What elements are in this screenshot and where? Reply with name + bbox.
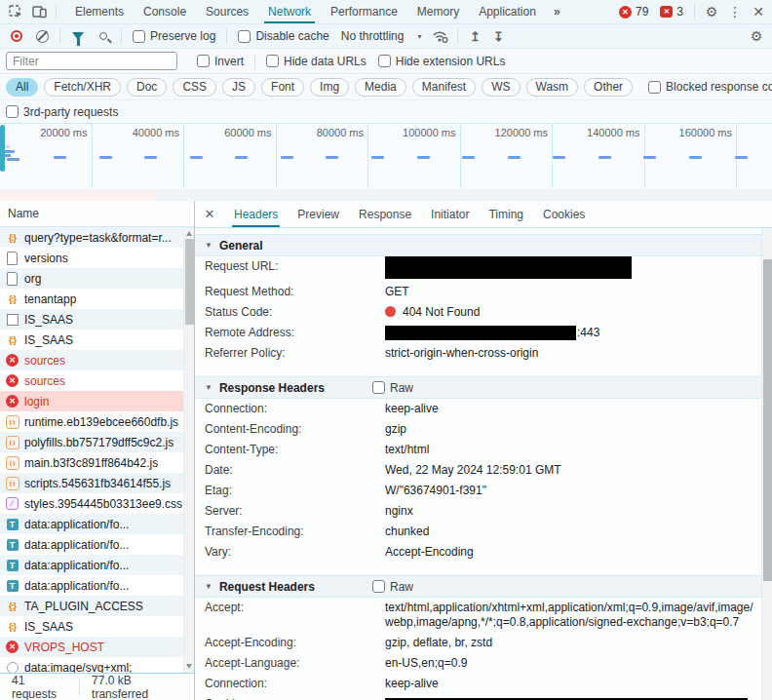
detail-tab[interactable]: Headers: [224, 201, 288, 227]
filter-chip[interactable]: WS: [482, 78, 520, 97]
network-overview[interactable]: 20000 ms40000 ms60000 ms80000 ms100000 m…: [0, 124, 772, 202]
request-headers-section-header[interactable]: ▼ Request Headers Raw: [195, 575, 761, 598]
request-row[interactable]: query?type=task&format=r...: [0, 227, 183, 248]
filter-chip[interactable]: Fetch/XHR: [44, 78, 121, 97]
response-headers-section-header[interactable]: ▼ Response Headers Raw: [195, 376, 761, 399]
filter-chip[interactable]: Doc: [127, 78, 167, 97]
device-toolbar-icon[interactable]: [27, 0, 51, 23]
scroll-up-arrow[interactable]: [186, 231, 192, 236]
throttling-dropdown[interactable]: No throttling ▾: [335, 29, 428, 43]
filter-toggle-icon[interactable]: [65, 24, 91, 48]
panel-tab[interactable]: Elements: [65, 0, 134, 23]
hide-extension-urls-checkbox[interactable]: Hide extension URLs: [372, 55, 512, 68]
detail-tab[interactable]: Initiator: [421, 201, 479, 227]
request-row[interactable]: sources: [0, 370, 183, 391]
filter-chip[interactable]: Img: [310, 78, 349, 97]
settings-gear-icon[interactable]: ⚙: [700, 0, 723, 23]
request-type-icon: [5, 660, 19, 673]
request-row[interactable]: versions: [0, 248, 183, 268]
request-row[interactable]: login: [0, 391, 183, 411]
scrollbar-thumb[interactable]: [185, 239, 194, 325]
clear-button[interactable]: [29, 24, 55, 48]
request-row[interactable]: IS_SAAS: [0, 309, 183, 330]
detail-tab[interactable]: Timing: [479, 201, 533, 227]
record-button[interactable]: [4, 24, 29, 48]
hide-data-urls-checkbox[interactable]: Hide data URLs: [260, 55, 372, 68]
request-row[interactable]: data:application/fo...: [0, 534, 183, 555]
header-value: keep-alive: [385, 402, 753, 416]
request-row[interactable]: main.b3f3c891ff864b42.js: [0, 452, 183, 473]
request-row[interactable]: data:application/fo...: [0, 575, 183, 596]
filter-chip[interactable]: Other: [584, 78, 633, 97]
export-har-icon[interactable]: ↧: [486, 24, 510, 48]
panel-tab[interactable]: Memory: [407, 0, 469, 23]
scroll-down-arrow[interactable]: [186, 664, 192, 669]
detail-tab[interactable]: Response: [349, 201, 421, 227]
request-name: data:application/fo...: [24, 579, 129, 593]
header-row: Connection: keep-alive: [195, 674, 761, 694]
filter-input[interactable]: [6, 52, 177, 70]
network-settings-gear-icon[interactable]: ⚙: [745, 24, 768, 48]
general-section-header[interactable]: ▼ General: [195, 234, 761, 256]
preserve-log-checkbox[interactable]: Preserve log: [127, 29, 221, 43]
detail-tab[interactable]: Cookies: [533, 201, 595, 227]
panel-tab[interactable]: Application: [469, 0, 546, 23]
request-raw-checkbox[interactable]: Raw: [372, 580, 413, 594]
request-count: 41 requests: [0, 674, 79, 700]
invert-checkbox[interactable]: Invert: [191, 55, 250, 68]
panel-tab[interactable]: Console: [134, 0, 196, 23]
request-row[interactable]: tenantapp: [0, 289, 183, 309]
inspect-element-icon[interactable]: [4, 0, 27, 23]
header-value: chunked: [385, 525, 753, 539]
request-row[interactable]: runtime.eb139ebcee660dfb.js: [0, 411, 183, 432]
filter-chip[interactable]: JS: [222, 78, 255, 97]
blocked-response-cookies-checkbox[interactable]: Blocked response cookies: [648, 80, 772, 94]
request-type-icon: [5, 414, 19, 429]
request-row[interactable]: data:image/svg+xml;: [0, 657, 183, 673]
panel-tab[interactable]: Sources: [196, 0, 258, 23]
overview-drag-handle[interactable]: [0, 125, 5, 172]
request-row[interactable]: VROPS_HOST: [0, 637, 183, 657]
filter-chip[interactable]: All: [6, 78, 38, 97]
header-row: Request URL:: [195, 256, 761, 282]
close-detail-icon[interactable]: ✕: [195, 201, 224, 227]
import-har-icon[interactable]: ↥: [463, 24, 486, 48]
request-row[interactable]: org: [0, 268, 183, 289]
more-tabs-button[interactable]: »: [546, 0, 568, 23]
value-text: nginx: [385, 504, 413, 518]
disable-cache-checkbox[interactable]: Disable cache: [232, 29, 334, 43]
request-row[interactable]: styles.3954445b03313ee9.css: [0, 493, 183, 514]
request-type-icon: [5, 599, 19, 613]
request-name: runtime.eb139ebcee660dfb.js: [24, 415, 178, 429]
response-raw-checkbox[interactable]: Raw: [372, 381, 413, 395]
request-row[interactable]: IS_SAAS: [0, 330, 183, 350]
request-row[interactable]: scripts.545631fb34614f55.js: [0, 473, 183, 493]
kebab-menu-icon[interactable]: ⋮: [723, 0, 747, 23]
filter-chip[interactable]: Wasm: [526, 78, 579, 97]
detail-scrollbar[interactable]: [761, 228, 772, 700]
panel-tab[interactable]: Network: [258, 0, 321, 23]
filter-chip[interactable]: Media: [355, 78, 406, 97]
request-row[interactable]: polyfills.bb757179dff5c9c2.js: [0, 432, 183, 452]
collapse-triangle-icon: ▼: [205, 383, 212, 392]
close-devtools-icon[interactable]: ✕: [747, 0, 770, 23]
third-party-checkbox[interactable]: 3rd-party requests: [6, 105, 118, 119]
request-row[interactable]: data:application/fo...: [0, 555, 183, 575]
filter-chip[interactable]: Font: [261, 78, 304, 97]
network-conditions-icon[interactable]: [427, 24, 452, 48]
filter-chip[interactable]: CSS: [173, 78, 216, 97]
request-row[interactable]: data:application/fo...: [0, 514, 183, 534]
panel-tab[interactable]: Performance: [321, 0, 407, 23]
request-list-scrollbar[interactable]: [183, 227, 194, 673]
search-icon[interactable]: [91, 24, 116, 48]
request-row[interactable]: TA_PLUGIN_ACCESS: [0, 596, 183, 616]
console-errors-badge[interactable]: ✕ 79: [619, 5, 648, 19]
name-column-header[interactable]: Name: [0, 201, 194, 227]
request-row[interactable]: sources: [0, 350, 183, 370]
issues-badge[interactable]: ✕ 3: [660, 5, 683, 19]
scrollbar-thumb[interactable]: [763, 259, 772, 581]
request-row[interactable]: IS_SAAS: [0, 616, 183, 637]
redacted-value: [385, 326, 576, 340]
detail-tab[interactable]: Preview: [288, 201, 349, 227]
filter-chip[interactable]: Manifest: [412, 78, 476, 97]
